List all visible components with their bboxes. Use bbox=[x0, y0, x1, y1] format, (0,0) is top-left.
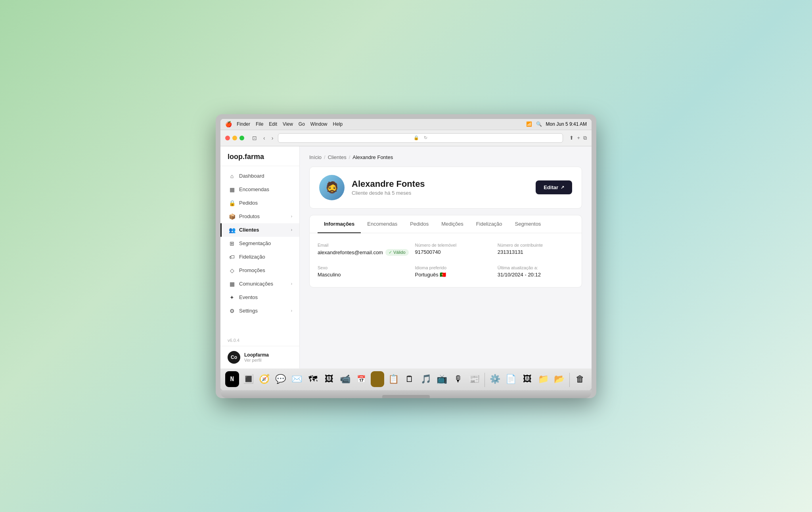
sidebar-item-produtos[interactable]: 📦 Produtos › bbox=[220, 210, 299, 223]
info-updated: Última atualização a: 31/10/2024 - 20:12 bbox=[498, 265, 574, 278]
produtos-icon: 📦 bbox=[229, 213, 235, 220]
dock-item-reminders[interactable]: 📋 bbox=[387, 371, 400, 387]
dock-item-music[interactable]: 🎵 bbox=[419, 371, 433, 387]
dock-item-launchpad[interactable]: 🔳 bbox=[241, 371, 255, 387]
tabs-header: Informações Encomendas Pedidos Medições … bbox=[310, 215, 582, 233]
sidebar-toggle-button[interactable]: ⊡ bbox=[251, 134, 259, 142]
apple-menu[interactable]: 🍎 bbox=[225, 121, 232, 127]
tabs-container: Informações Encomendas Pedidos Medições … bbox=[309, 215, 582, 288]
tab-informacoes-content: Email alexandrefontes@email.com ✓ Válido bbox=[310, 233, 582, 287]
tab-segmentos[interactable]: Segmentos bbox=[509, 215, 548, 233]
tab-fidelizacao[interactable]: Fidelização bbox=[470, 215, 509, 233]
dock-item-contacts[interactable] bbox=[371, 371, 385, 387]
laptop-notch bbox=[382, 395, 430, 398]
info-sex: Sexo Masculino bbox=[318, 265, 409, 278]
dock-item-safari[interactable]: 🧭 bbox=[258, 371, 272, 387]
menu-finder[interactable]: Finder bbox=[237, 121, 250, 127]
traffic-lights bbox=[225, 136, 244, 140]
dock-item-maps[interactable]: 🗺 bbox=[306, 371, 320, 387]
breadcrumb-sep1: / bbox=[324, 154, 326, 160]
address-bar[interactable]: 🔒 ↻ bbox=[278, 133, 563, 143]
dock-item-mail[interactable]: ✉️ bbox=[290, 371, 304, 387]
nif-value: 231313131 bbox=[498, 249, 574, 255]
screen: 🍎 Finder File Edit View Go Window Help 📶… bbox=[220, 119, 592, 390]
sidebar-item-label: Settings bbox=[239, 308, 258, 314]
back-button[interactable]: ‹ bbox=[262, 134, 267, 142]
tab-pedidos[interactable]: Pedidos bbox=[404, 215, 435, 233]
info-nif: Número de contribuinte 231313131 bbox=[498, 243, 574, 256]
reload-icon[interactable]: ↻ bbox=[424, 135, 427, 140]
sidebar-item-label: Pedidos bbox=[239, 200, 258, 206]
lock-icon: 🔒 bbox=[414, 135, 419, 140]
minimize-button[interactable] bbox=[232, 136, 237, 140]
sidebar-item-label: Dashboard bbox=[239, 173, 264, 179]
share-button[interactable]: ⬆ bbox=[569, 135, 574, 141]
sidebar-item-dashboard[interactable]: ⌂ Dashboard bbox=[220, 169, 299, 183]
breadcrumb-clientes[interactable]: Clientes bbox=[328, 154, 347, 160]
profile-link[interactable]: Ver perfil bbox=[244, 358, 269, 362]
search-icon[interactable]: 🔍 bbox=[536, 121, 542, 127]
close-button[interactable] bbox=[225, 136, 230, 140]
new-tab-button[interactable]: + bbox=[577, 135, 580, 141]
dock-item-podcasts[interactable]: 🎙 bbox=[451, 371, 465, 387]
dock-item-trash[interactable]: 🗑 bbox=[573, 371, 587, 387]
menubar-right: 📶 🔍 Mon Jun 5 9:41 AM bbox=[526, 121, 587, 127]
breadcrumb-inicio[interactable]: Início bbox=[309, 154, 322, 160]
dock-item-navi[interactable]: N bbox=[225, 371, 239, 387]
sidebar-profile[interactable]: Co Loopfarma Ver perfil bbox=[220, 346, 299, 368]
tab-overview-button[interactable]: ⧉ bbox=[583, 135, 587, 141]
sidebar-item-eventos[interactable]: ✦ Eventos bbox=[220, 291, 299, 304]
dashboard-icon: ⌂ bbox=[229, 173, 235, 179]
dock-separator bbox=[485, 373, 485, 387]
sidebar-item-clientes[interactable]: 👥 Clientes › bbox=[220, 223, 299, 237]
tab-medicoes[interactable]: Medições bbox=[435, 215, 470, 233]
profile-name: Loopfarma bbox=[244, 352, 269, 358]
language-value: Português 🇵🇹 bbox=[415, 272, 491, 278]
dock-item-calendar[interactable]: 📅 bbox=[354, 371, 368, 387]
tab-informacoes[interactable]: Informações bbox=[318, 215, 361, 233]
menubar-items: Finder File Edit View Go Window Help bbox=[237, 121, 343, 127]
dock-item-sysprefs[interactable]: ⚙️ bbox=[488, 371, 502, 387]
laptop-frame: 🍎 Finder File Edit View Go Window Help 📶… bbox=[216, 114, 596, 398]
dock-item-photos[interactable]: 🖼 bbox=[322, 371, 336, 387]
dock-item-facetime[interactable]: 📹 bbox=[338, 371, 352, 387]
dock-item-pages[interactable]: 📄 bbox=[504, 371, 518, 387]
sidebar-item-settings[interactable]: ⚙ Settings › bbox=[220, 304, 299, 318]
dock-item-appletv[interactable]: 📺 bbox=[435, 371, 449, 387]
client-since: Cliente desde há 5 meses bbox=[352, 190, 529, 196]
fidelizacao-icon: 🏷 bbox=[229, 254, 235, 260]
menu-file[interactable]: File bbox=[256, 121, 263, 127]
sidebar-item-fidelizacao[interactable]: 🏷 Fidelização bbox=[220, 250, 299, 264]
dock-separator2 bbox=[569, 373, 570, 387]
dock-item-files[interactable]: 📁 bbox=[536, 371, 550, 387]
menu-go[interactable]: Go bbox=[299, 121, 305, 127]
sidebar-nav: ⌂ Dashboard ▦ Encomendas 🔒 Pedidos 📦 Pro… bbox=[220, 166, 299, 335]
sidebar-item-encomendas[interactable]: ▦ Encomendas bbox=[220, 183, 299, 196]
laptop-bottom bbox=[220, 390, 592, 398]
sidebar-item-comunicacoes[interactable]: ▦ Comunicações › bbox=[220, 277, 299, 291]
email-label: Email bbox=[318, 243, 409, 247]
sidebar-item-promocoes[interactable]: ◇ Promoções bbox=[220, 264, 299, 277]
menu-view[interactable]: View bbox=[283, 121, 293, 127]
sidebar-item-label: Clientes bbox=[239, 227, 259, 233]
breadcrumb: Início / Clientes / Alexandre Fontes bbox=[309, 154, 582, 160]
dock-item-messages[interactable]: 💬 bbox=[274, 371, 287, 387]
tab-encomendas[interactable]: Encomendas bbox=[361, 215, 404, 233]
dock-item-notes[interactable]: 🗒 bbox=[403, 371, 417, 387]
edit-button[interactable]: Editar ↗ bbox=[536, 180, 572, 194]
sidebar-item-pedidos[interactable]: 🔒 Pedidos bbox=[220, 196, 299, 210]
menu-help[interactable]: Help bbox=[333, 121, 343, 127]
dock-item-preview[interactable]: 🖼 bbox=[520, 371, 534, 387]
client-avatar-emoji: 🧔 bbox=[325, 181, 339, 194]
sidebar-item-segmentacao[interactable]: ⊞ Segmentação bbox=[220, 237, 299, 250]
dock-item-folder[interactable]: 📂 bbox=[553, 371, 567, 387]
profile-card: 🧔 Alexandre Fontes Cliente desde há 5 me… bbox=[309, 167, 582, 209]
menu-edit[interactable]: Edit bbox=[269, 121, 277, 127]
forward-button[interactable]: › bbox=[270, 134, 275, 142]
menubar: 🍎 Finder File Edit View Go Window Help 📶… bbox=[220, 119, 592, 130]
menu-window[interactable]: Window bbox=[310, 121, 327, 127]
pedidos-icon: 🔒 bbox=[229, 200, 235, 206]
dock-item-news[interactable]: 📰 bbox=[467, 371, 481, 387]
sidebar-item-label: Comunicações bbox=[239, 281, 273, 287]
maximize-button[interactable] bbox=[239, 136, 244, 140]
